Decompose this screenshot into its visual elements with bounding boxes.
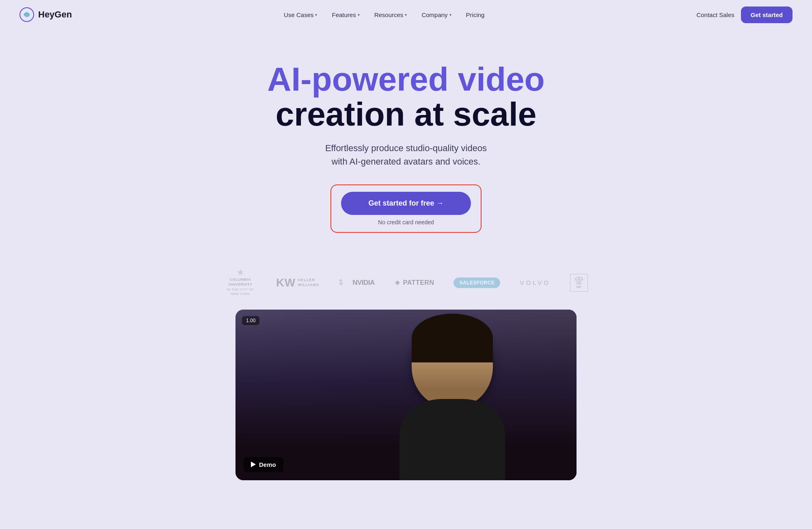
- logo-volvo: VOLVO: [520, 279, 551, 286]
- chevron-down-icon: ▾: [405, 13, 407, 17]
- chevron-down-icon: ▾: [358, 13, 360, 17]
- logo[interactable]: HeyGen: [19, 7, 72, 22]
- navbar: HeyGen Use Cases ▾ Features ▾ Resources …: [0, 0, 812, 29]
- heygen-logo-icon: [19, 7, 34, 22]
- nav-links: Use Cases ▾ Features ▾ Resources ▾ Compa…: [278, 8, 490, 22]
- nav-company[interactable]: Company ▾: [416, 8, 457, 22]
- hero-subtitle: Effortlessly produce studio-quality vide…: [19, 141, 793, 168]
- svg-marker-1: [237, 269, 244, 275]
- svg-point-3: [340, 283, 342, 284]
- hero-title-line2: creation at scale: [276, 95, 537, 132]
- logo-kw: kw KELLERWILLIAMS: [276, 276, 319, 289]
- nav-resources[interactable]: Resources ▾: [369, 8, 413, 22]
- get-started-free-button[interactable]: Get started for free →: [341, 192, 471, 215]
- cta-wrapper: Get started for free → No credit card ne…: [330, 184, 482, 233]
- nav-get-started-button[interactable]: Get started: [741, 7, 793, 23]
- hero-title: AI-powered video creation at scale: [19, 62, 793, 132]
- nav-features[interactable]: Features ▾: [326, 8, 365, 22]
- video-demo-button[interactable]: Demo: [244, 457, 283, 472]
- logos-section: COLUMBIAUNIVERSITYIN THE CITY OF NEW YOR…: [0, 249, 812, 310]
- cta-subtext: No credit card needed: [378, 219, 434, 225]
- nav-use-cases[interactable]: Use Cases ▾: [278, 8, 323, 22]
- contact-sales-link[interactable]: Contact Sales: [696, 11, 734, 18]
- nav-actions: Contact Sales Get started: [696, 7, 793, 23]
- nav-pricing[interactable]: Pricing: [460, 8, 490, 22]
- logo-salesforce: salesforce: [454, 278, 500, 288]
- play-icon: [251, 462, 256, 467]
- video-section: 1.00 Demo: [0, 310, 812, 480]
- chevron-down-icon: ▾: [449, 13, 451, 17]
- hero-section: AI-powered video creation at scale Effor…: [0, 29, 812, 249]
- logo-undp: UNDP: [570, 274, 588, 292]
- logo-columbia: COLUMBIAUNIVERSITYIN THE CITY OF NEW YOR…: [224, 269, 257, 297]
- brand-name: HeyGen: [38, 9, 72, 20]
- video-container: 1.00 Demo: [235, 310, 577, 480]
- logo-nvidia: NVIDIA: [339, 279, 375, 287]
- video-timestamp: 1.00: [242, 316, 259, 325]
- hero-title-line1: AI-powered video: [267, 61, 544, 98]
- logo-pattern: pattern: [394, 279, 434, 286]
- chevron-down-icon: ▾: [315, 13, 317, 17]
- video-person-area: [235, 310, 577, 480]
